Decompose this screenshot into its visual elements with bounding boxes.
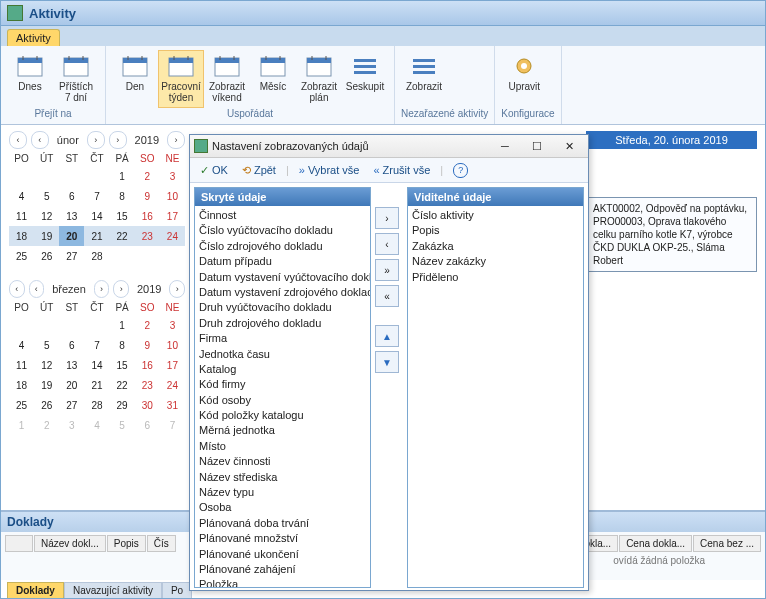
day-cell[interactable]: 8 <box>110 335 135 355</box>
list-item[interactable]: Kód položky katalogu <box>199 408 366 423</box>
day-cell[interactable]: 9 <box>135 335 160 355</box>
ribbon-day-button[interactable]: Den <box>112 50 158 108</box>
list-item[interactable]: Kód osoby <box>199 393 366 408</box>
day-cell[interactable]: 4 <box>9 335 34 355</box>
day-cell[interactable] <box>9 315 34 335</box>
day-cell[interactable]: 4 <box>9 186 34 206</box>
column-header[interactable]: Popis <box>107 535 146 552</box>
list-item[interactable]: Plánované ukončení <box>199 547 366 562</box>
list-item[interactable]: Název střediska <box>199 470 366 485</box>
day-cell[interactable]: 27 <box>59 246 84 266</box>
list-item[interactable]: Firma <box>199 331 366 346</box>
prev-month2-button[interactable]: ‹ <box>29 280 45 298</box>
day-cell[interactable]: 20 <box>59 226 84 246</box>
day-cell[interactable]: 4 <box>84 415 109 435</box>
column-header[interactable] <box>5 535 33 552</box>
day-cell[interactable]: 2 <box>135 315 160 335</box>
list-item[interactable]: Místo <box>199 439 366 454</box>
day-cell[interactable]: 24 <box>160 226 185 246</box>
day-cell[interactable]: 5 <box>110 415 135 435</box>
day-cell[interactable]: 5 <box>34 335 59 355</box>
day-cell[interactable]: 10 <box>160 186 185 206</box>
day-cell[interactable] <box>59 166 84 186</box>
list-item[interactable]: Číslo aktivity <box>412 208 579 223</box>
day-cell[interactable]: 8 <box>110 186 135 206</box>
column-header[interactable]: Čís <box>147 535 176 552</box>
move-up-button[interactable]: ▲ <box>375 325 399 347</box>
move-down-button[interactable]: ▼ <box>375 351 399 373</box>
list-item[interactable]: Druh vyúčtovacího dokladu <box>199 300 366 315</box>
day-cell[interactable]: 7 <box>160 415 185 435</box>
day-cell[interactable]: 22 <box>110 375 135 395</box>
select-all-button[interactable]: »Vybrat vše <box>295 162 364 178</box>
ribbon-next7-button[interactable]: Příštích 7 dní <box>53 50 99 108</box>
day-cell[interactable] <box>59 315 84 335</box>
list-item[interactable]: Číslo zdrojového dokladu <box>199 239 366 254</box>
day-cell[interactable]: 29 <box>110 395 135 415</box>
ribbon-group-button[interactable]: Seskupit <box>342 50 388 108</box>
day-cell[interactable]: 18 <box>9 226 34 246</box>
bottom-tab[interactable]: Po <box>162 582 192 598</box>
day-cell[interactable]: 1 <box>9 415 34 435</box>
column-header[interactable]: Cena bez ... <box>693 535 761 552</box>
hidden-fields-listbox[interactable]: Skryté údaje ČinnostČíslo vyúčtovacího d… <box>194 187 371 588</box>
list-item[interactable]: Číslo vyúčtovacího dokladu <box>199 223 366 238</box>
maximize-button[interactable]: ☐ <box>522 137 552 155</box>
ribbon-weekend-button[interactable]: Zobrazit víkend <box>204 50 250 108</box>
day-cell[interactable]: 31 <box>160 395 185 415</box>
day-cell[interactable]: 16 <box>135 355 160 375</box>
list-item[interactable]: Název zakázky <box>412 254 579 269</box>
list-item[interactable]: Plánovaná doba trvání <box>199 516 366 531</box>
day-cell[interactable] <box>110 246 135 266</box>
list-item[interactable]: Datum vystavení vyúčtovacího dokladu <box>199 270 366 285</box>
day-cell[interactable]: 3 <box>160 315 185 335</box>
day-cell[interactable]: 6 <box>59 186 84 206</box>
close-button[interactable]: ✕ <box>554 137 584 155</box>
bottom-tab[interactable]: Doklady <box>7 582 64 598</box>
next-month2-button[interactable]: › <box>109 131 127 149</box>
cancel-all-button[interactable]: «Zrušit vše <box>369 162 434 178</box>
next-year-button[interactable]: › <box>167 131 185 149</box>
ribbon-plan-button[interactable]: Zobrazit plán <box>296 50 342 108</box>
next-month-button[interactable]: › <box>94 280 110 298</box>
list-item[interactable]: Plánované zahájení <box>199 562 366 577</box>
prev-month-button[interactable]: ‹ <box>9 280 25 298</box>
list-item[interactable]: Činnost <box>199 208 366 223</box>
day-cell[interactable]: 22 <box>110 226 135 246</box>
day-cell[interactable]: 15 <box>110 206 135 226</box>
day-cell[interactable]: 21 <box>84 375 109 395</box>
day-cell[interactable]: 20 <box>59 375 84 395</box>
day-cell[interactable]: 10 <box>160 335 185 355</box>
day-cell[interactable]: 6 <box>135 415 160 435</box>
list-item[interactable]: Druh zdrojového dokladu <box>199 316 366 331</box>
day-cell[interactable]: 28 <box>84 246 109 266</box>
visible-fields-listbox[interactable]: Viditelné údaje Číslo aktivityPopisZakáz… <box>407 187 584 588</box>
day-cell[interactable]: 19 <box>34 375 59 395</box>
day-cell[interactable]: 3 <box>160 166 185 186</box>
list-item[interactable]: Osoba <box>199 500 366 515</box>
day-cell[interactable]: 25 <box>9 246 34 266</box>
next-month-button[interactable]: › <box>87 131 105 149</box>
day-cell[interactable]: 17 <box>160 206 185 226</box>
day-cell[interactable]: 2 <box>34 415 59 435</box>
day-cell[interactable]: 21 <box>84 226 109 246</box>
day-cell[interactable]: 14 <box>84 355 109 375</box>
ribbon-month-button[interactable]: Měsíc <box>250 50 296 108</box>
day-cell[interactable]: 19 <box>34 226 59 246</box>
day-cell[interactable]: 13 <box>59 206 84 226</box>
day-cell[interactable]: 26 <box>34 395 59 415</box>
day-cell[interactable]: 6 <box>59 335 84 355</box>
day-cell[interactable]: 3 <box>59 415 84 435</box>
move-all-right-button[interactable]: » <box>375 259 399 281</box>
bottom-tab[interactable]: Navazující aktivity <box>64 582 162 598</box>
day-cell[interactable]: 12 <box>34 355 59 375</box>
day-cell[interactable]: 12 <box>34 206 59 226</box>
day-cell[interactable]: 23 <box>135 375 160 395</box>
ribbon-edit-button[interactable]: Upravit <box>501 50 547 108</box>
appointment-card[interactable]: AKT00002, Odpověď na poptávku, PRO00003,… <box>586 197 757 272</box>
day-cell[interactable] <box>160 246 185 266</box>
day-cell[interactable]: 25 <box>9 395 34 415</box>
move-all-left-button[interactable]: « <box>375 285 399 307</box>
list-item[interactable]: Zakázka <box>412 239 579 254</box>
ribbon-workweek-button[interactable]: Pracovní týden <box>158 50 204 108</box>
